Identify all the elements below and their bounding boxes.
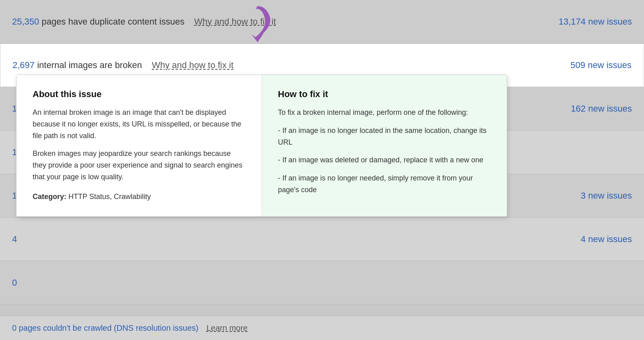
how-to-fix-body: To fix a broken internal image, perform …	[278, 107, 491, 196]
broken-count: 2,697	[12, 60, 35, 70]
duplicate-issue-text: have duplicate content issues	[68, 17, 185, 27]
issue-row-left-duplicate: 25,350 pages have duplicate content issu…	[12, 17, 276, 27]
broken-count-label: internal images	[37, 60, 97, 70]
issue-row-6: 4 4 new issues	[0, 218, 644, 261]
about-para1: An internal broken image is an image tha…	[33, 107, 246, 141]
row7-count: 0	[12, 278, 17, 288]
issue-row-7: 0	[0, 261, 644, 305]
category-label: Category:	[33, 193, 66, 201]
about-issue-body: An internal broken image is an image tha…	[33, 107, 246, 183]
duplicate-count-label: pages	[41, 17, 66, 27]
row6-new-issues: 4 new issues	[581, 234, 632, 245]
issue-row-left-6: 4	[12, 234, 17, 245]
row6-count: 4	[12, 234, 17, 244]
row3-new-issues: 162 new issues	[571, 104, 632, 114]
fix-step1: - If an image is no longer located in th…	[278, 125, 491, 148]
how-to-fix-title: How to fix it	[278, 89, 491, 100]
bottom-row: 0 pages couldn't be crawled (DNS resolut…	[0, 316, 644, 340]
bottom-row-text: 0 pages couldn't be crawled (DNS resolut…	[12, 323, 198, 333]
category-value: HTTP Status, Crawlability	[68, 193, 151, 201]
about-para2: Broken images may jeopardize your search…	[33, 148, 246, 182]
broken-issue-text: are broken	[100, 60, 142, 70]
tooltip-right-panel: How to fix it To fix a broken internal i…	[262, 75, 507, 216]
category-line: Category: HTTP Status, Crawlability	[33, 193, 246, 201]
duplicate-why-link[interactable]: Why and how to fix it	[194, 17, 276, 27]
broken-new-issues: 509 new issues	[570, 60, 632, 70]
row5-new-issues: 3 new issues	[581, 191, 632, 201]
fix-step2: - If an image was deleted or damaged, re…	[278, 154, 491, 166]
issue-row-duplicate-content: 25,350 pages have duplicate content issu…	[0, 0, 644, 44]
page-wrapper: 25,350 pages have duplicate content issu…	[0, 0, 644, 340]
duplicate-count: 25,350	[12, 17, 39, 27]
learn-more-link[interactable]: Learn more	[206, 323, 248, 333]
fix-intro: To fix a broken internal image, perform …	[278, 107, 491, 118]
issue-row-left-7: 0	[12, 278, 17, 288]
issue-row-left-broken: 2,697 internal images are broken Why and…	[12, 60, 233, 70]
broken-why-link[interactable]: Why and how to fix it	[152, 60, 233, 70]
about-issue-title: About this issue	[33, 89, 246, 100]
fix-step3: - If an image is no longer needed, simpl…	[278, 172, 491, 196]
tooltip-left-panel: About this issue An internal broken imag…	[17, 75, 262, 216]
duplicate-new-issues: 13,174 new issues	[559, 17, 632, 27]
tooltip-popup: About this issue An internal broken imag…	[16, 75, 507, 217]
